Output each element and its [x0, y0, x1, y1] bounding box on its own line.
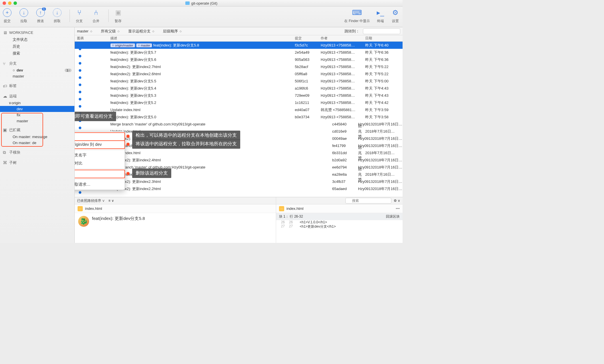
ctx-checkout[interactable]: 检出… — [75, 133, 125, 141]
col-auth[interactable]: 作者 — [321, 35, 365, 41]
commit-message: feat(index): 更新dev分支5.8 — [92, 216, 145, 240]
branch-button[interactable]: ⑂分支 — [75, 8, 84, 24]
ctx-diff-current[interactable]: 与当前对比 — [75, 159, 125, 167]
col-graph[interactable]: 图表 — [75, 35, 109, 41]
show-in-finder-button[interactable]: ⌨在 Finder 中显示 — [344, 8, 370, 24]
jump-to-input[interactable] — [363, 28, 400, 34]
sort-dropdown[interactable]: 已依照路径排序 ∨ — [77, 198, 105, 203]
avatar: 🐉 — [78, 216, 89, 227]
file-icon: ··· — [78, 206, 83, 211]
diff-line: 2626<h1>V.1.0.0</h1> — [276, 220, 403, 224]
annot-delete: 删除该远程分支 — [132, 169, 171, 178]
push-button[interactable]: ↑1推送 — [36, 8, 45, 24]
commit-row[interactable]: feat(index): 更新dev分支5.0 b0e3734 Hzy0913 … — [75, 113, 403, 121]
section-workspace[interactable]: 🖥WORKSPACE — [0, 29, 74, 36]
sidebar-filestate[interactable]: 文件状态 — [0, 36, 74, 43]
section-branches[interactable]: ⑂分支 — [0, 60, 74, 67]
settings-button[interactable]: ⚙设置 — [391, 8, 400, 24]
commit-row[interactable]: feat(index): 更新dev分支5.3 729ee09 Hzy0913 … — [75, 92, 403, 99]
col-hash[interactable]: 提交 — [295, 35, 321, 41]
commit-row[interactable]: feat(index): 更新dev分支5.5 506f1c1 Hzy0913 … — [75, 78, 403, 85]
remote-branch-fix[interactable]: fix — [0, 112, 74, 118]
col-desc[interactable]: 描述 — [109, 35, 295, 41]
annot-remote-expand: 展开远端即可查看远程分支 — [75, 112, 116, 121]
pull-button[interactable]: ↓拉取 — [20, 8, 28, 24]
filter-parents[interactable]: 所有父级◇ — [101, 29, 120, 34]
col-date[interactable]: 日期 — [365, 35, 403, 41]
section-stashes[interactable]: ▣已贮藏 — [0, 126, 74, 134]
sidebar: 🖥WORKSPACE 文件状态 历史 搜索 ⑂分支 ○dev1↑ master … — [0, 27, 75, 243]
remote-branch-dev[interactable]: dev — [0, 106, 74, 112]
commit-row[interactable]: feat(index): 更新dev分支5.6 905a563 Hzy0913 … — [75, 56, 403, 63]
stash-item[interactable]: On master: message — [0, 134, 74, 140]
remote-branch-master[interactable]: master — [0, 118, 74, 124]
filter-order[interactable]: 层级顺序◇ — [163, 29, 182, 34]
stash-item[interactable]: On master: de — [0, 140, 74, 146]
commit-row[interactable]: Update index.html ed40a07 韩兆赟 <75885881…… — [75, 106, 403, 113]
fetch-button[interactable]: ↓抓取 — [53, 8, 61, 24]
terminal-button[interactable]: ▸_终端 — [376, 8, 385, 24]
remote-origin[interactable]: ∨ origin — [0, 100, 74, 106]
file-name[interactable]: index.html — [85, 206, 102, 211]
filter-remote[interactable]: 显示远程分支◇ — [128, 29, 154, 34]
sidebar-search[interactable]: 搜索 — [0, 50, 74, 57]
diff-line: 2727<h1>更新dev分支</h1> — [276, 224, 403, 229]
titlebar: git-operate (Git) — [0, 0, 403, 7]
window-title: git-operate (Git) — [191, 1, 217, 5]
hunk-label: 块 1： 行 26-32 — [279, 214, 303, 219]
commit-row[interactable]: feat(index2): 更新index2.6html 05ff6a8 Hzy… — [75, 70, 403, 78]
section-tags[interactable]: 🏷标签 — [0, 82, 74, 90]
stash-button[interactable]: ▣暂存 — [114, 8, 122, 24]
commit-row[interactable]: ⑂ origin/master⑂ masterfeat(index): 更新de… — [75, 42, 403, 49]
sidebar-history[interactable]: 历史 — [0, 43, 74, 50]
section-remotes[interactable]: ☁远端 — [0, 92, 74, 100]
filter-branch[interactable]: master◇ — [77, 29, 92, 33]
context-menu: 检出… 拉取 origin/dev 到 dev 复制分支名字 与当前对比 删除…… — [75, 131, 125, 190]
main-toolbar: +提交 ↓拉取 ↑1推送 ↓抓取 ⑂分支 ⑃合并 ▣暂存 ⌨在 Finder 中… — [0, 7, 403, 27]
section-submodules[interactable]: ⧉子模块 — [0, 149, 74, 156]
diff-file-name: index.html — [286, 206, 303, 211]
commit-row[interactable]: feat(index): 更新dev分支5.7 2e54a49 Hzy0913 … — [75, 49, 403, 56]
more-icon[interactable]: ••• — [396, 206, 400, 211]
commit-row[interactable]: feat(index): 更新dev分支5.4 a196fc6 Hzy0913 … — [75, 85, 403, 92]
annot-checkout: 检出，可以将选中的远程分支在本地创建出该分支 — [132, 131, 240, 140]
maximize-window[interactable] — [14, 1, 17, 5]
commit-row[interactable]: Merge branch 'master' of github.com:Hzy0… — [75, 121, 403, 128]
annot-pull: 将该选中的远程分支，拉取合并到本地所在的分支 — [132, 139, 240, 149]
minimize-window[interactable] — [8, 1, 11, 5]
commit-button[interactable]: +提交 — [3, 8, 11, 24]
commit-row[interactable]: feat(index): 更新dev分支5.2 1c16211 Hzy0913 … — [75, 99, 403, 106]
commit-row[interactable]: feat(index2): 更新index2.7html 5b28acf Hzy… — [75, 63, 403, 70]
branch-dev[interactable]: ○dev1↑ — [0, 67, 74, 73]
rollback-hunk[interactable]: 回滚区块 — [386, 214, 400, 219]
section-subtrees[interactable]: ⌘子树 — [0, 159, 74, 166]
jump-to-label: 跳转到： — [345, 29, 359, 34]
merge-button[interactable]: ⑃合并 — [92, 8, 100, 24]
folder-icon — [185, 1, 189, 5]
ctx-delete[interactable]: 删除… — [75, 170, 125, 178]
ctx-pull-to[interactable]: 拉取 origin/dev 到 dev — [75, 141, 125, 149]
diff-search-input[interactable] — [345, 198, 391, 204]
ctx-copy-name[interactable]: 复制分支名字 — [75, 151, 125, 159]
list-view-icon[interactable]: ≡ ∨ — [108, 199, 114, 203]
gear-icon[interactable]: ⚙ ∨ — [394, 199, 400, 203]
file-icon: ··· — [279, 206, 284, 211]
branch-master[interactable]: master — [0, 73, 74, 79]
ctx-create-pr[interactable]: 创建拉取请求… — [75, 181, 125, 189]
close-window[interactable] — [3, 1, 6, 5]
